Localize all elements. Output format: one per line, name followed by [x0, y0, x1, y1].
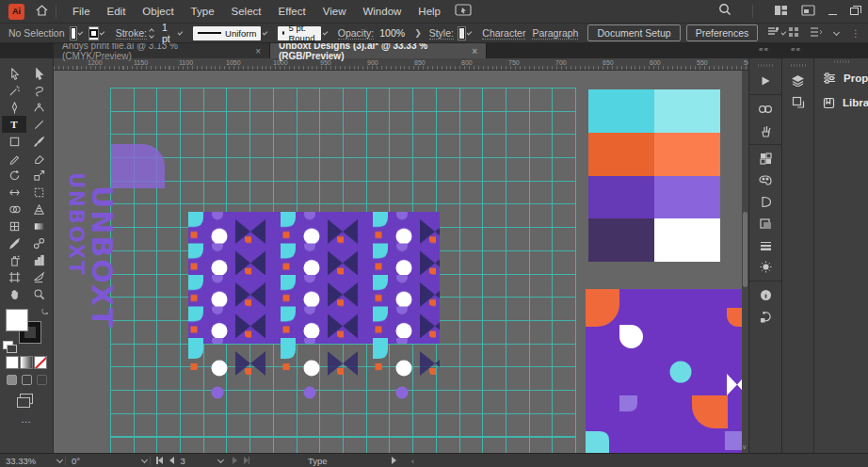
document-setup-button[interactable]: Document Setup: [587, 24, 680, 41]
scroll-down-icon[interactable]: ∨: [742, 443, 747, 451]
swatch-cell[interactable]: [654, 218, 720, 262]
artboard-canvas[interactable]: UNBOXT UNBOXT: [54, 71, 748, 453]
column-graph-tool[interactable]: [26, 251, 51, 268]
shape-builder-tool[interactable]: [2, 201, 26, 217]
stroke-weight-value[interactable]: 1 pt: [156, 21, 176, 45]
symbol-sprayer-tool[interactable]: [2, 251, 26, 268]
overflow-menu-icon[interactable]: ⋮: [851, 28, 860, 39]
draw-inside-button[interactable]: [37, 375, 47, 385]
workspace-grid-icon[interactable]: [788, 24, 799, 41]
menu-select[interactable]: Select: [223, 0, 270, 23]
direct-selection-tool[interactable]: [26, 65, 51, 82]
panel-list-icon[interactable]: [809, 24, 822, 41]
chevron-down-icon[interactable]: [263, 29, 267, 34]
chevron-down-icon[interactable]: [78, 29, 83, 34]
curvature-tool[interactable]: [26, 99, 51, 116]
swatch-cell[interactable]: [654, 176, 720, 219]
close-icon[interactable]: ×: [472, 46, 477, 56]
chevron-down-icon[interactable]: [100, 29, 104, 34]
type-tool[interactable]: T: [2, 116, 26, 133]
first-artboard-button[interactable]: [156, 456, 163, 466]
default-fill-stroke-icon[interactable]: [3, 341, 13, 349]
stroke-color-swatch[interactable]: [89, 27, 98, 40]
scrollbar-thumb[interactable]: [743, 212, 747, 287]
status-collapse-icon[interactable]: ‹: [411, 456, 414, 466]
color-swatch-artwork[interactable]: [588, 89, 720, 262]
menu-edit[interactable]: Edit: [99, 0, 135, 23]
change-screen-mode-button[interactable]: [20, 394, 33, 404]
purple-poster-artwork[interactable]: [586, 289, 747, 453]
opacity-value[interactable]: 100%: [374, 26, 410, 40]
chevron-down-icon[interactable]: [217, 456, 223, 462]
previous-artboard-button[interactable]: [169, 456, 174, 466]
chevron-down-icon[interactable]: [56, 456, 63, 462]
none-mode-button[interactable]: [35, 357, 46, 368]
blend-tool[interactable]: [26, 234, 51, 251]
rectangle-tool[interactable]: [2, 133, 26, 150]
pattern-artwork[interactable]: [188, 212, 440, 344]
artboard-number-field[interactable]: 3: [181, 456, 209, 466]
workspace-switcher-icon[interactable]: [774, 3, 788, 20]
opacity-link[interactable]: Opacity:: [338, 27, 375, 40]
align-options-icon[interactable]: [766, 24, 780, 41]
search-icon[interactable]: [718, 3, 731, 20]
unboxt-logo-vertical-large[interactable]: UNBOXT: [86, 185, 119, 329]
menu-object[interactable]: Object: [134, 0, 182, 23]
stroke-link[interactable]: Stroke:: [116, 27, 147, 40]
actions-panel-icon[interactable]: [749, 70, 781, 91]
fill-color-swatch[interactable]: [71, 27, 77, 40]
chevron-down-icon[interactable]: [323, 29, 328, 34]
gradient-panel-icon[interactable]: [749, 191, 781, 213]
paintbrush-tool[interactable]: [26, 133, 51, 150]
chevron-down-icon[interactable]: [141, 456, 148, 462]
artboard-tool[interactable]: [2, 268, 26, 285]
properties-panel-tab[interactable]: Properties: [814, 66, 868, 90]
chevron-right-icon[interactable]: ❯: [414, 28, 422, 38]
next-artboard-button[interactable]: [233, 456, 237, 466]
zoom-tool[interactable]: [26, 285, 51, 302]
shaper-tool[interactable]: [2, 150, 26, 167]
fill-proxy[interactable]: [7, 310, 27, 330]
swatch-cell[interactable]: [588, 89, 654, 133]
stroke-profile-select[interactable]: Uniform: [193, 26, 261, 40]
chevron-down-icon[interactable]: [466, 29, 471, 34]
selection-tool[interactable]: [2, 65, 26, 82]
menu-view[interactable]: View: [314, 0, 355, 23]
menu-file[interactable]: File: [64, 0, 99, 23]
lasso-tool[interactable]: [26, 82, 51, 99]
home-icon[interactable]: [36, 3, 48, 20]
info-panel-icon[interactable]: [749, 284, 781, 306]
pattern-artwork-overflow[interactable]: [188, 344, 440, 405]
menu-effect[interactable]: Effect: [270, 0, 314, 23]
swap-fill-stroke-icon[interactable]: ⤿: [41, 308, 48, 317]
stroke-panel-icon[interactable]: [749, 234, 781, 256]
draw-normal-button[interactable]: [7, 375, 17, 385]
layers-panel-icon[interactable]: [782, 70, 813, 91]
line-segment-tool[interactable]: [26, 116, 51, 133]
swatch-cell[interactable]: [588, 218, 654, 262]
last-artboard-button[interactable]: [244, 456, 250, 466]
menu-window[interactable]: Window: [354, 0, 410, 23]
libraries-panel-tab[interactable]: Libraries: [814, 90, 868, 115]
appearance-panel-icon[interactable]: [749, 256, 781, 278]
hand-tool[interactable]: [2, 285, 26, 302]
swatches-panel-icon[interactable]: [749, 148, 781, 169]
perspective-grid-tool[interactable]: [26, 201, 51, 217]
stroke-weight-stepper[interactable]: [150, 29, 153, 38]
collapse-panel-icon[interactable]: ««: [759, 45, 769, 54]
drag-handle[interactable]: [834, 60, 849, 63]
style-link[interactable]: Style:: [429, 27, 454, 40]
draw-behind-button[interactable]: [22, 375, 32, 385]
paragraph-link[interactable]: Paragraph: [532, 27, 578, 40]
drag-handle[interactable]: [758, 64, 773, 67]
brush-definition-select[interactable]: 5 pt. Round: [278, 26, 321, 40]
status-expand-icon[interactable]: [392, 456, 396, 466]
menu-type[interactable]: Type: [183, 0, 223, 23]
gradient-tool[interactable]: [26, 217, 51, 234]
artboards-panel-icon[interactable]: [782, 91, 813, 113]
zoom-level-select[interactable]: 33.33%: [0, 454, 55, 467]
arrange-documents-icon[interactable]: [801, 3, 815, 20]
document-tab-inactive[interactable]: Andys print file.ai @ 3.13 % (CMYK/Previ…: [54, 43, 270, 58]
style-swatch[interactable]: [458, 27, 465, 40]
brushes-panel-icon[interactable]: [749, 120, 781, 141]
